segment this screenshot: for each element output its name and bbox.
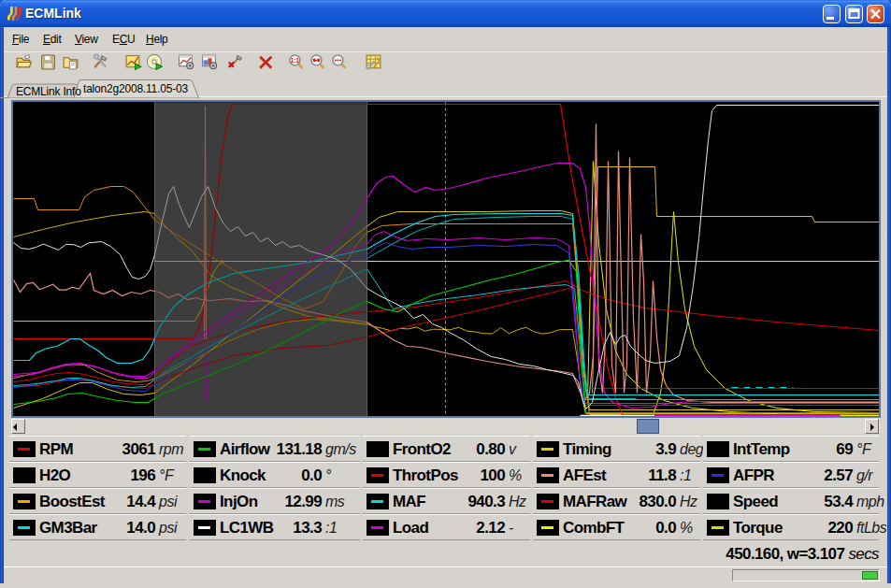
svg-text:1:1: 1:1 [291, 57, 300, 64]
